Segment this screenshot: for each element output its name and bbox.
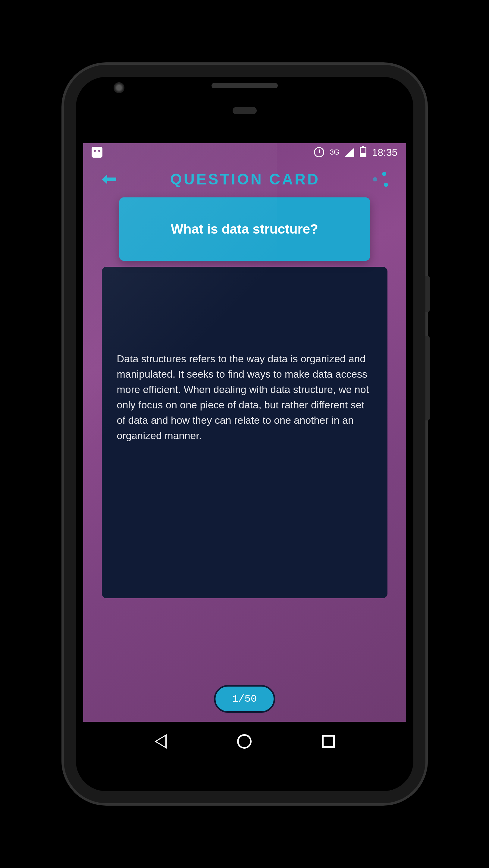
alarm-icon (314, 147, 324, 157)
question-text: What is data structure? (131, 221, 358, 237)
answer-card[interactable]: Data structures refers to the way data i… (102, 267, 388, 598)
screen: 3G 18:35 Question Card (83, 143, 406, 761)
signal-icon (345, 148, 354, 157)
pagination-button[interactable]: 1/50 (214, 685, 275, 713)
nav-recent-button[interactable] (322, 735, 335, 748)
phone-power-button (425, 276, 430, 312)
page-title: Question Card (130, 170, 361, 188)
answer-text: Data structures refers to the way data i… (117, 351, 372, 443)
status-bar: 3G 18:35 (83, 143, 406, 161)
menu-button[interactable] (373, 172, 388, 187)
pagination-label: 1/50 (232, 693, 257, 705)
nav-back-button[interactable] (155, 734, 167, 749)
phone-sensor (233, 107, 257, 114)
content-area: Data structures refers to the way data i… (83, 197, 406, 598)
phone-frame: 3G 18:35 Question Card (64, 65, 425, 803)
app-header: Question Card (83, 161, 406, 197)
phone-volume-button (425, 336, 430, 421)
clock: 18:35 (372, 147, 397, 158)
phone-speaker (211, 83, 278, 88)
battery-icon (360, 147, 366, 157)
android-nav-bar (83, 722, 406, 761)
notification-icon (92, 147, 102, 158)
question-card[interactable]: What is data structure? (119, 197, 370, 261)
phone-camera (113, 82, 124, 93)
network-label: 3G (330, 148, 339, 156)
nav-home-button[interactable] (237, 734, 252, 749)
back-button[interactable] (101, 170, 118, 189)
